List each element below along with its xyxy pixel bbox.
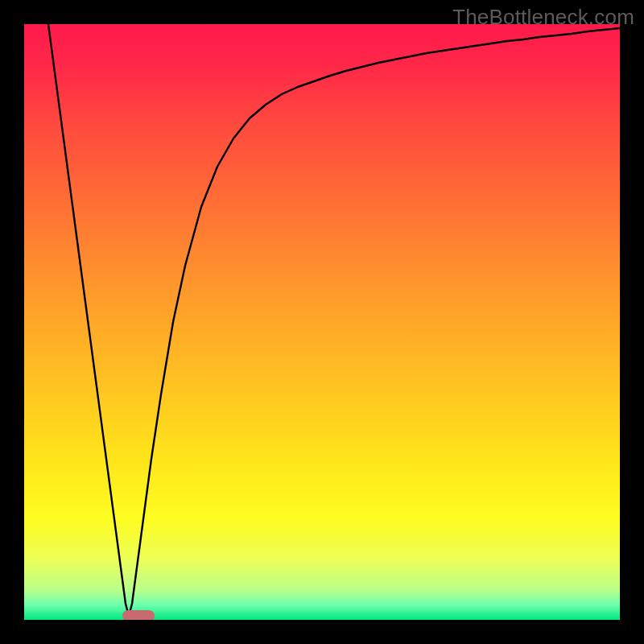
bottleneck-curve <box>24 24 620 620</box>
optimal-marker <box>122 610 155 620</box>
plot-area <box>24 24 620 620</box>
chart-frame: TheBottleneck.com <box>0 0 644 644</box>
watermark-text: TheBottleneck.com <box>452 5 634 30</box>
